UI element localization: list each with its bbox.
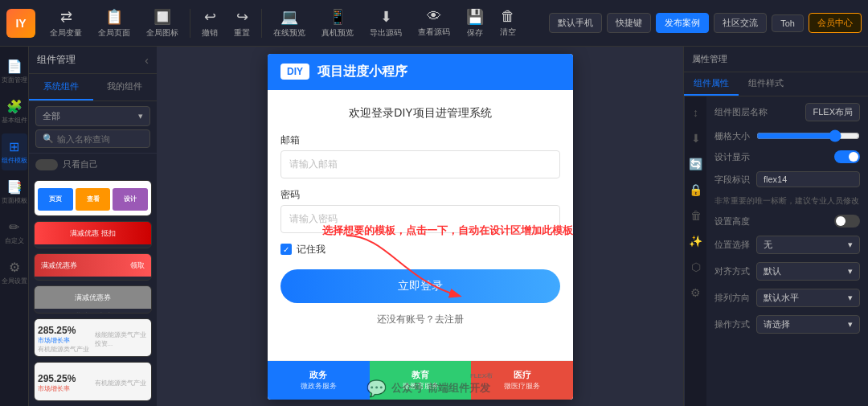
refresh-icon[interactable]: 🔄: [686, 154, 706, 174]
comp-tag-2: 查看: [76, 188, 111, 211]
download-icon[interactable]: ⬇: [688, 129, 704, 148]
email-input[interactable]: 请输入邮箱: [280, 150, 560, 178]
prop-grid-size-label: 栅格大小: [714, 130, 750, 142]
toggle-label: 只看自己: [63, 158, 98, 170]
vip-btn[interactable]: 会员中心: [809, 13, 862, 33]
shortcut-btn[interactable]: 快捷键: [607, 13, 651, 33]
nav-item-label: 自定义: [5, 236, 24, 245]
toolbar-item-clear[interactable]: 🗑 清空: [492, 5, 524, 41]
search-input[interactable]: [57, 134, 143, 144]
nav-item-label: 页面模板: [2, 196, 27, 205]
list-item[interactable]: 满减优惠券 满减优惠券: [34, 285, 152, 313]
toggle-row: 只看自己: [29, 154, 157, 175]
login-button[interactable]: 立即登录: [280, 269, 560, 303]
comp-label-2: 满减优惠+抵扣: [35, 244, 151, 248]
prop-position: 位置选择 无 ▾: [714, 236, 860, 254]
toolbar-item-label: 全局变量: [50, 27, 82, 39]
direction-select[interactable]: 默认水平 ▾: [756, 289, 860, 307]
stat-desc-2: 核能能源类气产业投资...: [95, 330, 149, 348]
layer-icon[interactable]: ⬡: [688, 257, 704, 277]
nav-item-global-settings[interactable]: ⚙ 全局设置: [2, 254, 27, 291]
prop-align: 对齐方式 默认 ▾: [714, 262, 860, 281]
publish-btn[interactable]: 发布案例: [656, 13, 709, 33]
remember-row: ✓ 记住我: [280, 243, 560, 256]
list-item[interactable]: 285.25% 市场增长率 有机能源类气产业 核能能源类气产业投资... FLE…: [34, 318, 152, 358]
page-template-icon: 📑: [6, 179, 23, 195]
prop-position-label: 位置选择: [714, 239, 750, 251]
toolbar-item-export[interactable]: ⬇ 导出源码: [362, 5, 410, 42]
panel-collapse-icon[interactable]: ‹: [145, 54, 149, 67]
remember-label: 记住我: [297, 243, 326, 256]
star-icon[interactable]: ✨: [686, 232, 706, 251]
toolbar-divider-2: [261, 9, 262, 38]
operation-select[interactable]: 请选择 ▾: [756, 315, 860, 334]
stat-item-2: 核能能源类气产业投资...: [95, 322, 149, 356]
toolbar-item-global-icons[interactable]: 🔲 全局图标: [138, 5, 186, 42]
tab-comp-style[interactable]: 组件样式: [739, 72, 793, 96]
stat-desc-1: 有机能源类气产业: [38, 345, 92, 354]
list-item[interactable]: 页页 查看 设计 水平布局导航组出滚动: [34, 180, 152, 216]
set-height-toggle[interactable]: [834, 215, 860, 228]
position-value: 无: [764, 239, 772, 251]
watermark-name: 前端组件开发: [428, 381, 490, 396]
search-box[interactable]: 🔍: [35, 129, 150, 148]
list-item[interactable]: 满减优惠 抵扣 满减优惠+抵扣: [34, 221, 152, 248]
toolbar-item-preview-device[interactable]: 📱 真机预览: [313, 5, 362, 42]
delete-icon[interactable]: 🗑: [687, 206, 705, 225]
category-dropdown[interactable]: 全部 ▾: [35, 106, 150, 126]
tab-my-comp[interactable]: 我的组件: [93, 74, 158, 100]
prop-layer-name-value[interactable]: FLEX布局: [805, 103, 860, 121]
toolbar-item-global-vars[interactable]: ⇄ 全局变量: [42, 5, 90, 42]
right-icon-strip: ↕ ⬇ 🔄 🔒 🗑 ✨ ⬡ ⚙: [684, 96, 706, 406]
toolbar-item-preview-online[interactable]: 💻 在线预览: [265, 5, 313, 42]
prop-field-id-value[interactable]: flex14: [756, 171, 860, 187]
undo-icon: ↩: [204, 8, 216, 26]
position-select[interactable]: 无 ▾: [756, 236, 860, 254]
chevron-down-icon: ▾: [848, 240, 853, 250]
self-only-toggle[interactable]: [35, 159, 58, 170]
align-select[interactable]: 默认 ▾: [756, 262, 860, 281]
nav-item-comp-template[interactable]: ⊞ 组件模板: [2, 133, 27, 170]
left-nav: 📄 页面管理 🧩 基本组件 ⊞ 组件模板 📑 页面模板 ✏ 自定义 ⚙ 全局设置: [0, 47, 29, 406]
grid-size-slider[interactable]: [756, 129, 860, 142]
footer-item-politics[interactable]: 政务 微政务服务: [268, 361, 370, 400]
component-preview-2: 满减优惠 抵扣: [35, 222, 151, 244]
list-item[interactable]: 满减优惠券 领取 满减优惠券: [34, 253, 152, 281]
prop-layer-name: 组件图层名称 FLEX布局: [714, 103, 860, 121]
nav-item-custom[interactable]: ✏ 自定义: [2, 214, 27, 251]
nav-item-basic-comp[interactable]: 🧩 基本组件: [2, 93, 27, 130]
right-panel: 属性管理 组件属性 组件样式 ↕ ⬇ 🔄 🔒 🗑 ✨ ⬡ ⚙ 组件图层名称: [683, 47, 868, 406]
save-icon: 💾: [466, 8, 484, 26]
comp-template-icon: ⊞: [9, 139, 19, 154]
community-btn[interactable]: 社区交流: [714, 13, 767, 33]
prop-design-show: 设计显示: [714, 150, 860, 163]
global-vars-icon: ⇄: [60, 8, 72, 26]
lock-icon[interactable]: 🔒: [686, 180, 706, 199]
remember-checkbox[interactable]: ✓: [280, 244, 292, 255]
toolbar-item-redo[interactable]: ↪ 重置: [226, 5, 258, 42]
promo-amount: 领取: [130, 260, 145, 271]
toolbar-item-global-pages[interactable]: 📋 全局页面: [90, 5, 138, 42]
toolbar-item-label: 查看源码: [418, 27, 450, 38]
nav-item-page-manage[interactable]: 📄 页面管理: [2, 53, 27, 90]
toolbar-item-save[interactable]: 💾 保存: [458, 5, 492, 42]
nav-item-page-template[interactable]: 📑 页面模板: [2, 174, 27, 211]
design-show-toggle[interactable]: [834, 150, 860, 163]
toolbar-item-label: 在线预览: [273, 27, 305, 39]
list-item[interactable]: 295.25% 市场增长率 有机能源类气产业 FLEX组合式布局: [34, 362, 152, 401]
arrange-icon[interactable]: ↕: [690, 103, 702, 122]
password-input[interactable]: 请输入密码: [280, 205, 560, 233]
tab-system-comp[interactable]: 系统组件: [29, 74, 93, 100]
tab-comp-props[interactable]: 组件属性: [684, 72, 739, 96]
search-icon: 🔍: [43, 133, 54, 144]
toolbar-item-undo[interactable]: ↩ 撤销: [194, 5, 226, 42]
right-panel-body: ↕ ⬇ 🔄 🔒 🗑 ✨ ⬡ ⚙ 组件图层名称 FLEX布局 栅格大小: [684, 96, 868, 406]
component-preview-6: 295.25% 市场增长率 有机能源类气产业: [35, 363, 151, 401]
component-preview-3: 满减优惠券 领取: [35, 254, 151, 277]
toolbar-item-view-source[interactable]: 👁 查看源码: [410, 5, 458, 41]
settings-icon[interactable]: ⚙: [687, 283, 704, 302]
default-phone-btn[interactable]: 默认手机: [549, 13, 602, 33]
register-link[interactable]: 还没有账号？去注册: [280, 313, 560, 326]
page-manage-icon: 📄: [6, 59, 23, 74]
user-btn[interactable]: Toh: [772, 14, 804, 32]
